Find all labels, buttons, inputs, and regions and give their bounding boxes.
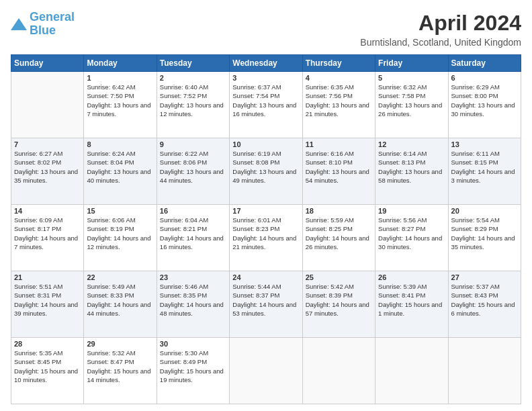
header-saturday: Saturday — [448, 55, 521, 72]
sunrise-text: Sunrise: 5:32 AM — [87, 349, 135, 357]
sunset-text: Sunset: 8:25 PM — [306, 225, 353, 232]
sunrise-text: Sunrise: 6:06 AM — [87, 216, 135, 224]
day-number: 25 — [306, 273, 372, 281]
logo-general: General — [30, 10, 75, 24]
day-number: 28 — [14, 340, 81, 348]
calendar-day-cell: 16Sunrise: 6:04 AMSunset: 8:21 PMDayligh… — [157, 205, 229, 271]
calendar-day-cell: 26Sunrise: 5:39 AMSunset: 8:41 PMDayligh… — [375, 271, 448, 338]
sunrise-text: Sunrise: 5:46 AM — [160, 283, 208, 290]
sunset-text: Sunset: 8:37 PM — [232, 291, 279, 299]
sunrise-text: Sunrise: 5:35 AM — [14, 349, 62, 357]
logo: General Blue — [11, 11, 75, 38]
day-info: Sunrise: 5:39 AMSunset: 8:41 PMDaylight:… — [378, 282, 445, 318]
day-info: Sunrise: 5:56 AMSunset: 8:27 PMDaylight:… — [378, 216, 445, 251]
sunrise-text: Sunrise: 6:32 AM — [378, 83, 427, 91]
sunrise-text: Sunrise: 6:29 AM — [451, 83, 500, 91]
day-info: Sunrise: 6:04 AMSunset: 8:21 PMDaylight:… — [160, 216, 226, 251]
calendar-day-cell: 27Sunrise: 5:37 AMSunset: 8:43 PMDayligh… — [448, 271, 521, 338]
daylight-text: Daylight: 14 hours and 16 minutes. — [160, 234, 224, 250]
calendar-day-cell: 15Sunrise: 6:06 AMSunset: 8:19 PMDayligh… — [84, 205, 157, 271]
sunrise-text: Sunrise: 6:19 AM — [232, 150, 281, 157]
sunrise-text: Sunrise: 6:22 AM — [160, 150, 208, 157]
header: General Blue April 2024 Burntisland, Sco… — [11, 11, 521, 48]
day-number: 15 — [87, 207, 153, 215]
calendar-day-cell: 30Sunrise: 5:30 AMSunset: 8:49 PMDayligh… — [157, 338, 229, 404]
day-number: 13 — [451, 140, 518, 148]
sunrise-text: Sunrise: 6:42 AM — [87, 83, 135, 91]
calendar-day-cell: 1Sunrise: 6:42 AMSunset: 7:50 PMDaylight… — [84, 72, 157, 138]
day-number: 16 — [160, 207, 226, 215]
header-wednesday: Wednesday — [230, 55, 302, 72]
logo-icon — [11, 18, 27, 30]
sunrise-text: Sunrise: 5:56 AM — [378, 216, 427, 224]
sunrise-text: Sunrise: 5:51 AM — [14, 283, 62, 290]
sunrise-text: Sunrise: 6:16 AM — [306, 150, 354, 157]
daylight-text: Daylight: 13 hours and 54 minutes. — [306, 168, 369, 184]
calendar-day-cell: 24Sunrise: 5:44 AMSunset: 8:37 PMDayligh… — [230, 271, 302, 338]
sunset-text: Sunset: 8:29 PM — [451, 225, 498, 232]
calendar-day-cell: 23Sunrise: 5:46 AMSunset: 8:35 PMDayligh… — [157, 271, 229, 338]
day-info: Sunrise: 5:32 AMSunset: 8:47 PMDaylight:… — [87, 349, 153, 384]
sunset-text: Sunset: 7:54 PM — [232, 92, 279, 99]
day-info: Sunrise: 6:01 AMSunset: 8:23 PMDaylight:… — [232, 216, 299, 251]
daylight-text: Daylight: 13 hours and 21 minutes. — [306, 101, 369, 118]
calendar-day-cell: 20Sunrise: 5:54 AMSunset: 8:29 PMDayligh… — [448, 205, 521, 271]
daylight-text: Daylight: 14 hours and 44 minutes. — [87, 301, 150, 317]
day-number: 8 — [87, 140, 153, 148]
calendar-week-row: 21Sunrise: 5:51 AMSunset: 8:31 PMDayligh… — [11, 271, 521, 338]
calendar-day-cell: 12Sunrise: 6:14 AMSunset: 8:13 PMDayligh… — [375, 138, 448, 205]
sunrise-text: Sunrise: 6:37 AM — [232, 83, 281, 91]
daylight-text: Daylight: 13 hours and 49 minutes. — [232, 168, 296, 184]
sunset-text: Sunset: 8:13 PM — [378, 158, 425, 166]
logo-text: General — [30, 11, 75, 24]
daylight-text: Daylight: 14 hours and 7 minutes. — [14, 234, 78, 250]
sunset-text: Sunset: 8:08 PM — [232, 158, 279, 166]
sunset-text: Sunset: 8:31 PM — [14, 291, 61, 299]
daylight-text: Daylight: 13 hours and 16 minutes. — [232, 101, 296, 118]
sunrise-text: Sunrise: 6:09 AM — [14, 216, 62, 224]
day-info: Sunrise: 5:30 AMSunset: 8:49 PMDaylight:… — [160, 349, 226, 384]
sunset-text: Sunset: 8:45 PM — [14, 358, 61, 365]
header-monday: Monday — [84, 55, 157, 72]
page: General Blue April 2024 Burntisland, Sco… — [0, 0, 532, 411]
header-tuesday: Tuesday — [157, 55, 229, 72]
calendar-day-cell: 5Sunrise: 6:32 AMSunset: 7:58 PMDaylight… — [375, 72, 448, 138]
header-thursday: Thursday — [302, 55, 375, 72]
calendar-day-cell: 11Sunrise: 6:16 AMSunset: 8:10 PMDayligh… — [302, 138, 375, 205]
daylight-text: Daylight: 14 hours and 30 minutes. — [378, 234, 442, 250]
day-info: Sunrise: 6:11 AMSunset: 8:15 PMDaylight:… — [451, 149, 518, 185]
calendar-day-cell: 22Sunrise: 5:49 AMSunset: 8:33 PMDayligh… — [84, 271, 157, 338]
calendar-day-cell — [448, 338, 521, 404]
daylight-text: Daylight: 15 hours and 6 minutes. — [451, 301, 515, 317]
day-number: 23 — [160, 273, 226, 281]
calendar-day-cell: 29Sunrise: 5:32 AMSunset: 8:47 PMDayligh… — [84, 338, 157, 404]
sunrise-text: Sunrise: 5:37 AM — [451, 283, 500, 290]
sunset-text: Sunset: 8:17 PM — [14, 225, 61, 232]
day-number: 30 — [160, 340, 226, 348]
sunset-text: Sunset: 8:49 PM — [160, 358, 207, 365]
sunrise-text: Sunrise: 5:44 AM — [232, 283, 281, 290]
day-number: 6 — [451, 74, 518, 82]
day-number: 21 — [14, 273, 81, 281]
day-info: Sunrise: 6:24 AMSunset: 8:04 PMDaylight:… — [87, 149, 153, 185]
sunset-text: Sunset: 8:06 PM — [160, 158, 207, 166]
day-number: 7 — [14, 140, 81, 148]
calendar-day-cell: 14Sunrise: 6:09 AMSunset: 8:17 PMDayligh… — [11, 205, 84, 271]
day-number: 29 — [87, 340, 153, 348]
daylight-text: Daylight: 14 hours and 26 minutes. — [306, 234, 369, 250]
sunset-text: Sunset: 7:50 PM — [87, 92, 134, 99]
calendar-day-cell — [302, 338, 375, 404]
day-info: Sunrise: 6:16 AMSunset: 8:10 PMDaylight:… — [306, 149, 372, 185]
daylight-text: Daylight: 14 hours and 57 minutes. — [306, 301, 369, 317]
header-friday: Friday — [375, 55, 448, 72]
calendar-day-cell: 2Sunrise: 6:40 AMSunset: 7:52 PMDaylight… — [157, 72, 229, 138]
sunrise-text: Sunrise: 6:40 AM — [160, 83, 208, 91]
calendar-header-row: Sunday Monday Tuesday Wednesday Thursday… — [11, 55, 521, 72]
daylight-text: Daylight: 13 hours and 44 minutes. — [160, 168, 224, 184]
calendar-day-cell: 18Sunrise: 5:59 AMSunset: 8:25 PMDayligh… — [302, 205, 375, 271]
sunset-text: Sunset: 7:56 PM — [306, 92, 353, 99]
sunset-text: Sunset: 8:04 PM — [87, 158, 134, 166]
sunrise-text: Sunrise: 6:24 AM — [87, 150, 135, 157]
sunrise-text: Sunrise: 6:14 AM — [378, 150, 427, 157]
sunset-text: Sunset: 7:52 PM — [160, 92, 207, 99]
